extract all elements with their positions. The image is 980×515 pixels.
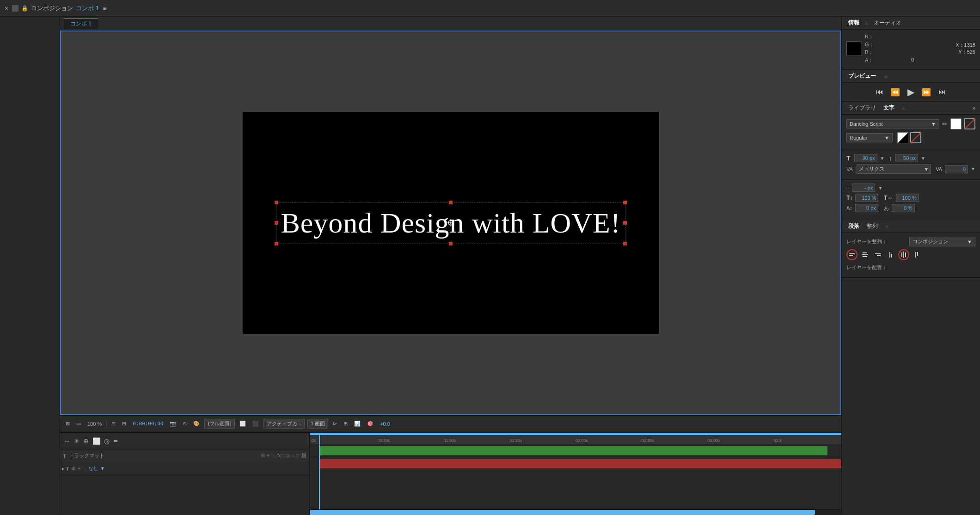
baseline-value[interactable]: 0 px <box>855 204 878 212</box>
fit-btn[interactable]: ⊡ <box>110 420 117 428</box>
timeline-playhead[interactable] <box>319 435 320 444</box>
handle-tm[interactable] <box>449 201 453 204</box>
svg-line-6 <box>910 132 921 143</box>
play-btn[interactable]: ▶ <box>907 86 914 98</box>
leading-value[interactable]: 50 px <box>895 154 918 162</box>
info-menu-icon[interactable]: ≡ <box>865 20 868 26</box>
tl-icon-center[interactable]: ⊕ <box>83 437 89 445</box>
tsume-value[interactable]: 0 % <box>892 204 915 212</box>
horiz-scale-value[interactable]: 100 % <box>896 194 919 202</box>
handle-mr[interactable] <box>623 221 627 225</box>
viewer-tab-comp1[interactable]: コンボ 1 <box>64 18 98 29</box>
stroke-color-swatch[interactable] <box>964 118 975 129</box>
font-style-select[interactable]: Regular ▼ <box>846 133 893 142</box>
scale-row: T↕ 100 % T↔ 100 % <box>846 194 975 202</box>
handle-tr[interactable] <box>623 201 627 204</box>
scrollbar-thumb[interactable] <box>310 510 815 515</box>
tab-preview[interactable]: プレビュー <box>846 71 878 81</box>
layout-dropdown[interactable]: 1 画面 <box>307 419 328 429</box>
quality-dropdown[interactable]: (フル画質) <box>204 419 234 429</box>
indent-dropdown[interactable]: ▼ <box>878 185 882 190</box>
handle-ml[interactable] <box>275 221 278 225</box>
tracking-dropdown[interactable]: ▼ <box>971 166 975 172</box>
track-row-1[interactable] <box>310 444 841 457</box>
para-menu-icon[interactable]: ≡ <box>885 223 888 230</box>
font-name-select[interactable]: Dancing Script ▼ <box>846 119 939 129</box>
skip-start-btn[interactable]: ⏮ <box>876 88 883 96</box>
layer-align-chevron[interactable]: ▼ <box>967 239 972 245</box>
track-bar-red[interactable] <box>319 459 841 468</box>
size-dropdown[interactable]: ▼ <box>880 156 885 161</box>
active-camera-dropdown[interactable]: アクティブカ... <box>263 419 305 429</box>
viewer-monitor-btn[interactable]: ▭ <box>74 420 83 428</box>
leading-dropdown[interactable]: ▼ <box>921 156 925 161</box>
stroke-swatch2[interactable] <box>910 132 921 143</box>
camera-btn[interactable]: 📷 <box>168 420 178 428</box>
magnify-dropdown[interactable]: 100 % <box>86 420 104 428</box>
tab-library[interactable]: ライブラリ <box>846 103 878 113</box>
font-style-dropdown[interactable]: ▼ <box>884 135 889 141</box>
viewer-expand-btn[interactable]: ⊠ <box>64 420 72 428</box>
handle-bm[interactable] <box>449 242 453 245</box>
tl-icon-link[interactable]: ↔ <box>64 437 70 445</box>
layer-row-1[interactable]: ▸ T 串 ✳ ╲ なし ▼ <box>60 462 309 475</box>
tl-icon-pen[interactable]: ✒ <box>113 437 119 445</box>
tl-icon-circle[interactable]: ◎ <box>104 437 110 445</box>
char-menu-icon[interactable]: ≡ <box>902 105 905 111</box>
comp-viewer[interactable]: Beyond Design with LOVE! <box>60 31 841 415</box>
tracking-value[interactable]: 0 <box>945 165 968 173</box>
vert-scale-value[interactable]: 100 % <box>855 194 878 202</box>
char-expand-icon[interactable]: » <box>972 105 975 111</box>
render-btn[interactable]: ⊞ <box>342 420 349 428</box>
font-size-value[interactable]: 90 px <box>854 154 877 162</box>
align-top-icon[interactable] <box>885 249 896 260</box>
align-bottom-icon[interactable] <box>911 249 922 260</box>
pen-tool-icon[interactable]: ✏ <box>942 120 948 128</box>
skip-end-btn[interactable]: ⏭ <box>938 88 946 96</box>
step-back-btn[interactable]: ⏪ <box>891 88 900 97</box>
align-center-h-icon[interactable] <box>859 249 870 260</box>
overlay-btn[interactable]: ⊙ <box>181 420 189 428</box>
fill-color-swatch[interactable] <box>950 118 962 129</box>
layer-align-dropdown[interactable]: コンポジション ▼ <box>909 237 976 246</box>
close-button[interactable]: × <box>5 5 8 12</box>
timeline-scrollbar[interactable] <box>310 509 841 515</box>
tl-icon-star[interactable]: ✳ <box>74 437 80 445</box>
tab-info[interactable]: 情報 <box>846 18 861 28</box>
align-right-icon[interactable] <box>872 249 883 260</box>
preview-menu-icon[interactable]: ≡ <box>884 73 888 80</box>
svg-rect-13 <box>877 255 881 256</box>
track-row-2[interactable] <box>310 457 841 470</box>
tab-character[interactable]: 文字 <box>882 103 896 113</box>
handle-br[interactable] <box>623 242 627 245</box>
parent-dropdown-icon[interactable]: ▼ <box>100 466 105 471</box>
tab-paragraph[interactable]: 段落 <box>846 221 861 231</box>
menu-icon[interactable]: ≡ <box>103 5 106 12</box>
tl-icon-mask[interactable]: ⬜ <box>92 437 100 445</box>
indent-value[interactable]: - px <box>852 184 875 192</box>
handle-bl[interactable] <box>275 242 278 245</box>
tab-audio[interactable]: オーディオ <box>872 18 903 28</box>
tracking-method-select[interactable]: メトリクス ▼ <box>857 164 931 174</box>
layer-parent-dropdown[interactable]: なし ▼ <box>88 465 105 472</box>
font-name-dropdown[interactable]: ▼ <box>931 121 936 127</box>
tracking-method-dropdown[interactable]: ▼ <box>924 166 929 172</box>
snap-btn[interactable]: 🎯 <box>365 420 375 428</box>
graph-btn[interactable]: 📊 <box>352 420 362 428</box>
step-fwd-btn[interactable]: ⏩ <box>922 88 931 97</box>
info-panel-header: 情報 ≡ オーディオ <box>842 17 980 30</box>
align-center-v-icon[interactable] <box>898 249 909 260</box>
svg-rect-12 <box>875 253 881 254</box>
tab-align[interactable]: 整列 <box>865 221 880 231</box>
align-left-icon[interactable] <box>846 249 858 260</box>
layer-header-parent: 親 <box>301 452 306 459</box>
color-btn[interactable]: 🎨 <box>191 420 202 428</box>
flow-btn[interactable]: ⊳ <box>331 420 339 428</box>
handle-tl[interactable] <box>275 201 278 204</box>
fg-bg-swatch[interactable] <box>897 132 908 143</box>
crop-btn[interactable]: ⬛ <box>251 420 261 428</box>
layer-expand-icon[interactable]: ▸ <box>62 466 64 471</box>
grid-btn[interactable]: ⊞ <box>120 420 128 428</box>
transparency-btn[interactable]: ⬜ <box>238 420 248 428</box>
track-bar-green[interactable] <box>319 446 827 455</box>
